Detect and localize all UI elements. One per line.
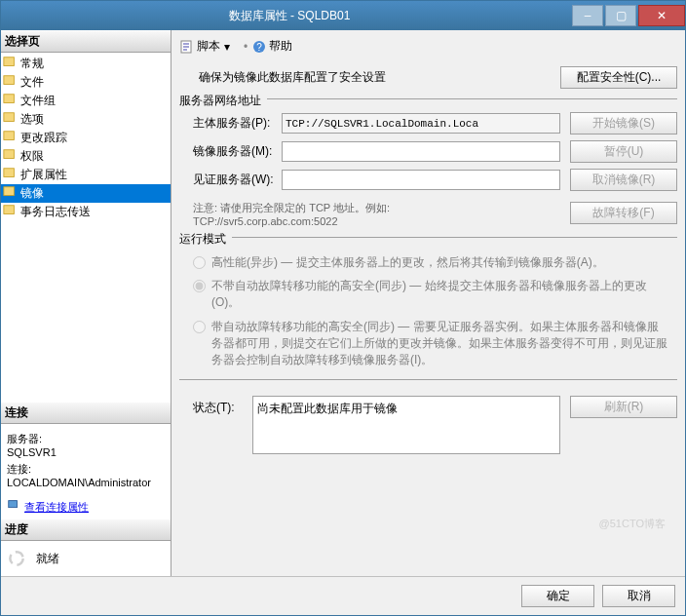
ok-button[interactable]: 确定: [521, 585, 594, 607]
nav-logshipping[interactable]: 事务日志传送: [1, 203, 171, 221]
script-icon: [179, 39, 195, 55]
refresh-button[interactable]: 刷新(R): [570, 396, 677, 418]
window-title: 数据库属性 - SQLDB01: [9, 8, 570, 24]
nav-changetracking[interactable]: 更改跟踪: [1, 129, 171, 147]
select-page-header: 选择页: [1, 30, 171, 53]
main-panel: 脚本 ▾ • ? 帮助 确保为镜像此数据库配置了安全设置 配置安全性(C)...…: [172, 30, 685, 576]
server-label: 服务器:: [7, 432, 165, 446]
nav-extended[interactable]: 扩展属性: [1, 166, 171, 184]
pause-button[interactable]: 暂停(U): [570, 140, 677, 163]
server-addresses-group: 服务器网络地址 主体服务器(P): 开始镜像(S) 镜像服务器(M): 暂停(U…: [179, 98, 677, 229]
svg-rect-6: [4, 169, 15, 177]
svg-rect-8: [4, 206, 15, 214]
mirror-input[interactable]: [282, 141, 560, 162]
nav-filegroups[interactable]: 文件组: [1, 92, 171, 110]
toolbar-sep: •: [244, 40, 248, 54]
progress-header: 进度: [1, 519, 171, 541]
svg-rect-9: [9, 500, 18, 507]
server-value: SQLSVR1: [7, 446, 165, 458]
witness-label: 见证服务器(W):: [179, 172, 282, 188]
script-button[interactable]: 脚本 ▾: [179, 38, 230, 55]
nav-general[interactable]: 常规: [1, 55, 171, 73]
mode-legend: 运行模式: [179, 231, 232, 248]
nav-list: 常规 文件 文件组 选项 更改跟踪 权限 扩展属性 镜像 事务日志传送: [1, 53, 171, 223]
svg-rect-7: [4, 187, 15, 196]
left-panel: 选择页 常规 文件 文件组 选项 更改跟踪 权限 扩展属性 镜像 事务日志传送 …: [1, 30, 172, 576]
mirror-label: 镜像服务器(M):: [179, 143, 282, 160]
svg-rect-3: [4, 113, 15, 122]
svg-rect-2: [4, 95, 15, 103]
svg-rect-0: [4, 58, 15, 66]
configure-security-button[interactable]: 配置安全性(C)...: [560, 66, 677, 89]
cancel-button[interactable]: 取消: [602, 585, 675, 607]
status-text: 尚未配置此数据库用于镜像: [252, 396, 560, 454]
toolbar: 脚本 ▾ • ? 帮助: [179, 34, 677, 60]
dialog-footer: 确定 取消: [1, 576, 685, 615]
failover-button[interactable]: 故障转移(F): [570, 202, 677, 224]
status-group: 状态(T): 尚未配置此数据库用于镜像 刷新(R): [179, 379, 677, 454]
svg-rect-1: [4, 76, 15, 85]
connection-icon: [7, 498, 20, 512]
ensure-security-text: 确保为镜像此数据库配置了安全设置: [179, 69, 560, 86]
svg-point-10: [10, 552, 22, 564]
svg-rect-5: [4, 150, 15, 159]
mode-high-safe-no-fo[interactable]: 不带自动故障转移功能的高安全(同步) — 始终提交主体服务器和镜像服务器上的更改…: [179, 274, 677, 315]
nav-permissions[interactable]: 权限: [1, 147, 171, 166]
chevron-down-icon: ▾: [224, 40, 230, 54]
note-label: 注意: 请使用完全限定的 TCP 地址。例如:: [193, 202, 390, 213]
principal-input[interactable]: [282, 113, 560, 134]
note-example: TCP://svr5.corp.abc.com:5022: [193, 215, 338, 227]
close-button[interactable]: ✕: [638, 5, 685, 26]
nav-mirroring[interactable]: 镜像: [1, 184, 171, 203]
conn-value: LOCALDOMAIN\Administrator: [7, 477, 165, 488]
view-connection-link[interactable]: 查看连接属性: [24, 500, 89, 515]
nav-files[interactable]: 文件: [1, 73, 171, 92]
spinner-icon: [7, 549, 26, 568]
help-icon: ?: [251, 39, 267, 55]
status-label: 状态(T):: [179, 396, 252, 416]
witness-input[interactable]: [282, 170, 560, 190]
mode-high-safe-no-fo-radio[interactable]: [193, 280, 206, 292]
connection-header: 连接: [1, 402, 171, 424]
help-button[interactable]: ? 帮助: [251, 38, 292, 55]
maximize-button[interactable]: ▢: [605, 5, 636, 26]
titlebar: 数据库属性 - SQLDB01 – ▢ ✕: [1, 1, 685, 30]
svg-text:?: ?: [256, 42, 262, 53]
operating-mode-group: 运行模式 高性能(异步) — 提交主体服务器上的更改，然后将其传输到镜像服务器(…: [179, 237, 677, 372]
conn-label: 连接:: [7, 462, 165, 477]
mode-high-perf[interactable]: 高性能(异步) — 提交主体服务器上的更改，然后将其传输到镜像服务器(A)。: [179, 250, 677, 275]
start-mirror-button[interactable]: 开始镜像(S): [570, 112, 677, 135]
svg-rect-4: [4, 132, 15, 140]
minimize-button[interactable]: –: [572, 5, 603, 26]
mode-high-perf-radio[interactable]: [193, 256, 206, 269]
principal-label: 主体服务器(P):: [179, 115, 282, 132]
net-addr-legend: 服务器网络地址: [179, 93, 267, 109]
ready-text: 就绪: [36, 551, 59, 567]
remove-mirror-button[interactable]: 取消镜像(R): [570, 169, 677, 191]
mode-high-safe-fo[interactable]: 带自动故障转移功能的高安全(同步) — 需要见证服务器实例。如果主体服务器和镜像…: [179, 315, 677, 371]
mode-high-safe-fo-radio[interactable]: [193, 321, 206, 333]
nav-options[interactable]: 选项: [1, 110, 171, 129]
